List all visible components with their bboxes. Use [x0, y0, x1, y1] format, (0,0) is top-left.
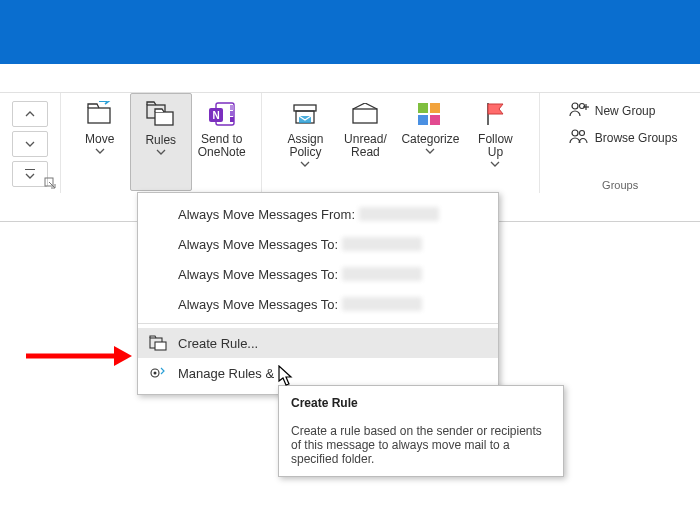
title-bar — [0, 0, 700, 64]
tooltip-body: Create a rule based on the sender or rec… — [291, 424, 542, 466]
menu-separator — [138, 323, 498, 324]
flag-icon — [483, 97, 507, 131]
svg-marker-33 — [114, 346, 132, 366]
stepper-more-button[interactable] — [12, 161, 48, 187]
svg-rect-6 — [155, 112, 173, 125]
menu-item-manage-rules[interactable]: Manage Rules & — [138, 358, 498, 388]
cursor-icon — [278, 365, 296, 390]
svg-rect-0 — [25, 169, 35, 170]
menu-item-always-move-to-1[interactable]: Always Move Messages To: — [138, 229, 498, 259]
browse-groups-label: Browse Groups — [595, 131, 678, 145]
chevron-down-icon — [490, 161, 500, 167]
people-plus-icon — [569, 101, 589, 120]
svg-point-27 — [579, 131, 584, 136]
menu-item-create-rule[interactable]: Create Rule... — [138, 328, 498, 358]
svg-rect-16 — [353, 109, 377, 123]
move-label: Move — [85, 133, 114, 146]
assign-policy-label: Assign Policy — [287, 133, 323, 159]
manage-rules-icon — [148, 363, 168, 383]
svg-point-22 — [572, 103, 578, 109]
categorize-label: Categorize — [401, 133, 459, 146]
chevron-up-icon — [25, 111, 35, 117]
annotation-arrow — [24, 342, 134, 370]
rules-dropdown-menu: Always Move Messages From: Always Move M… — [137, 192, 499, 395]
rules-button[interactable]: Rules — [130, 93, 192, 191]
groups-group-label: Groups — [540, 179, 700, 191]
svg-rect-18 — [430, 103, 440, 113]
menu-item-label: Manage Rules & — [178, 366, 274, 381]
dialog-launcher-icon — [44, 177, 56, 189]
truncated-group — [0, 93, 61, 193]
ribbon-tab-strip — [0, 64, 700, 92]
follow-up-label: Follow Up — [478, 133, 513, 159]
svg-point-31 — [154, 372, 157, 375]
stepper-down-button[interactable] — [12, 131, 48, 157]
svg-rect-8 — [230, 105, 234, 110]
menu-item-label: Always Move Messages To: — [178, 297, 338, 312]
groups-group: New Group Browse Groups Groups — [540, 93, 700, 193]
stepper-up-button[interactable] — [12, 101, 48, 127]
follow-up-button[interactable]: Follow Up — [465, 93, 525, 189]
chevron-down-icon — [95, 148, 105, 154]
svg-text:N: N — [212, 110, 219, 121]
browse-groups-button[interactable]: Browse Groups — [569, 128, 678, 147]
menu-item-label: Always Move Messages To: — [178, 267, 338, 282]
tooltip-create-rule: Create Rule Create a rule based on the s… — [278, 385, 564, 477]
create-rule-icon — [148, 333, 168, 353]
svg-point-23 — [579, 104, 584, 109]
chevron-down-icon — [425, 148, 435, 154]
rules-folder-icon — [145, 98, 177, 132]
rules-label: Rules — [145, 134, 176, 147]
redacted-recipient — [342, 297, 422, 311]
svg-line-2 — [49, 182, 55, 188]
tags-group: Assign Policy Unread/ Read Categorize — [262, 93, 541, 193]
unread-read-label: Unread/ Read — [344, 133, 387, 159]
redacted-sender — [359, 207, 439, 221]
onenote-icon: N — [207, 97, 237, 131]
svg-rect-9 — [230, 111, 234, 116]
redacted-recipient — [342, 237, 422, 251]
svg-rect-19 — [418, 115, 428, 125]
onenote-label: Send to OneNote — [198, 133, 246, 159]
unread-read-button[interactable]: Unread/ Read — [335, 93, 395, 189]
chevron-down-icon — [156, 149, 166, 155]
tooltip-title: Create Rule — [291, 396, 358, 410]
menu-item-label: Create Rule... — [178, 336, 258, 351]
svg-rect-29 — [155, 342, 166, 350]
assign-policy-button[interactable]: Assign Policy — [275, 93, 335, 189]
menu-item-always-move-from[interactable]: Always Move Messages From: — [138, 199, 498, 229]
envelope-icon — [351, 97, 379, 131]
send-to-onenote-button[interactable]: N Send to OneNote — [192, 93, 252, 189]
people-icon — [569, 128, 589, 147]
svg-rect-17 — [418, 103, 428, 113]
stepper-column — [10, 93, 50, 189]
move-button[interactable]: Move — [70, 93, 130, 189]
svg-rect-10 — [230, 117, 234, 122]
new-group-label: New Group — [595, 104, 656, 118]
chevron-down-icon — [25, 141, 35, 147]
menu-item-label: Always Move Messages To: — [178, 237, 338, 252]
new-group-button[interactable]: New Group — [569, 101, 678, 120]
dialog-launcher-button[interactable] — [44, 177, 56, 189]
chevron-down-icon — [300, 161, 310, 167]
archive-icon — [292, 97, 318, 131]
categorize-icon — [416, 97, 444, 131]
categorize-button[interactable]: Categorize — [395, 93, 465, 189]
svg-rect-13 — [294, 105, 316, 111]
menu-item-label: Always Move Messages From: — [178, 207, 355, 222]
move-folder-icon — [85, 97, 115, 131]
svg-rect-3 — [88, 108, 110, 123]
move-group: Move Rules — [61, 93, 262, 193]
dropdown-icon — [24, 168, 36, 180]
menu-item-always-move-to-3[interactable]: Always Move Messages To: — [138, 289, 498, 319]
menu-item-always-move-to-2[interactable]: Always Move Messages To: — [138, 259, 498, 289]
svg-rect-20 — [430, 115, 440, 125]
svg-point-26 — [572, 130, 578, 136]
redacted-recipient — [342, 267, 422, 281]
